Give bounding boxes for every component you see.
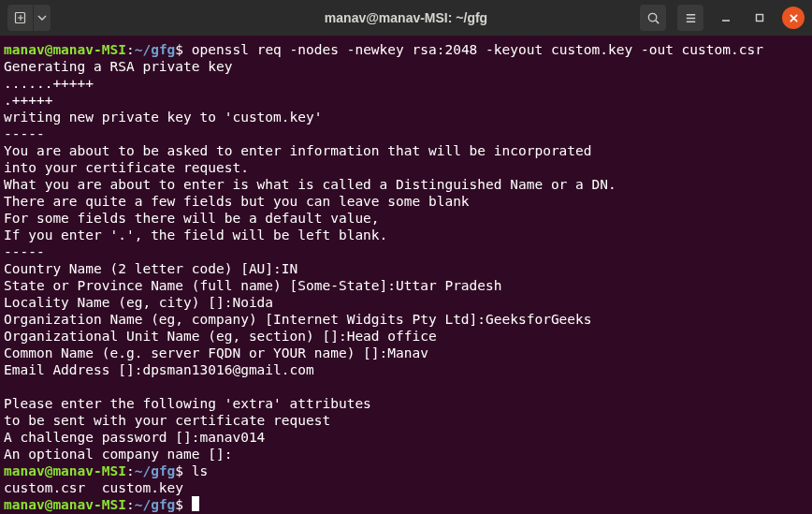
minimize-button[interactable]	[715, 7, 737, 29]
prompt-symbol: $	[175, 497, 183, 512]
maximize-button[interactable]	[748, 7, 771, 29]
terminal-output-line: You are about to be asked to enter infor…	[4, 143, 592, 158]
new-tab-icon	[13, 10, 28, 25]
terminal-output-line: writing new private key to 'custom.key'	[4, 110, 322, 125]
terminal-output-line: Email Address []:dpsman13016@gmail.com	[4, 362, 314, 377]
search-button[interactable]	[640, 5, 666, 31]
terminal-output-line: to be sent with your certificate request	[4, 413, 330, 428]
terminal-output-line: Generating a RSA private key	[4, 59, 232, 74]
terminal-output-line: If you enter '.', the field will be left…	[4, 228, 387, 242]
svg-line-4	[655, 20, 658, 22]
prompt-path: ~/gfg	[135, 42, 176, 57]
prompt-path: ~/gfg	[135, 463, 176, 478]
terminal-output-line: What you are about to enter is what is c…	[4, 177, 616, 192]
terminal-output-line: Organizational Unit Name (eg, section) […	[4, 329, 437, 344]
minimize-icon	[720, 12, 732, 23]
terminal-output-line: An optional company name []:	[4, 447, 232, 462]
prompt-user: manav@manav-MSI	[4, 463, 126, 478]
titlebar-right-controls	[640, 5, 805, 31]
prompt-user: manav@manav-MSI	[4, 497, 126, 512]
maximize-icon	[754, 12, 765, 23]
terminal-output-line: There are quite a few fields but you can…	[4, 194, 470, 209]
hamburger-icon	[684, 11, 698, 25]
terminal-output-line: custom.csr custom.key	[4, 480, 183, 495]
prompt-user: manav@manav-MSI	[4, 42, 126, 57]
command-line: openssl req -nodes -newkey rsa:2048 -key…	[192, 42, 763, 57]
prompt-symbol: $	[175, 463, 183, 478]
terminal-output-line: Locality Name (eg, city) []:Noida	[4, 295, 273, 310]
titlebar: manav@manav-MSI: ~/gfg	[0, 0, 812, 36]
cursor	[192, 496, 200, 511]
close-button[interactable]	[782, 7, 805, 29]
prompt-path: ~/gfg	[135, 497, 176, 512]
terminal-output-line: For some fields there will be a default …	[4, 211, 380, 226]
terminal-output-line: Organization Name (eg, company) [Interne…	[4, 312, 592, 327]
terminal-output-line: State or Province Name (full name) [Some…	[4, 278, 502, 293]
terminal-output-line: -----	[4, 126, 45, 141]
titlebar-left-controls	[7, 5, 51, 31]
hamburger-menu-button[interactable]	[677, 5, 703, 31]
chevron-down-icon	[37, 13, 47, 22]
terminal-output-line: Country Name (2 letter code) [AU]:IN	[4, 261, 297, 276]
prompt-colon: :	[126, 497, 135, 512]
terminal-output-line: into your certificate request.	[4, 160, 249, 175]
prompt-symbol: $	[175, 42, 183, 57]
terminal-output-line: -----	[4, 244, 45, 259]
prompt-colon: :	[126, 42, 135, 57]
terminal-output-line: .+++++	[4, 93, 52, 108]
tab-menu-button[interactable]	[34, 5, 51, 31]
svg-rect-9	[757, 15, 763, 22]
command-line: ls	[192, 463, 208, 478]
terminal-body[interactable]: manav@manav-MSI:~/gfg$ openssl req -node…	[0, 36, 812, 514]
close-icon	[789, 13, 799, 23]
new-tab-group	[7, 5, 51, 31]
terminal-output-line: A challenge password []:manav014	[4, 430, 265, 445]
terminal-output-line: Please enter the following 'extra' attri…	[4, 396, 371, 411]
search-icon	[646, 11, 660, 25]
terminal-output-line: Common Name (e.g. server FQDN or YOUR na…	[4, 345, 428, 360]
new-tab-button[interactable]	[7, 5, 34, 31]
svg-point-3	[648, 13, 656, 21]
prompt-colon: :	[126, 463, 135, 478]
terminal-output-line: ......+++++	[4, 76, 94, 91]
